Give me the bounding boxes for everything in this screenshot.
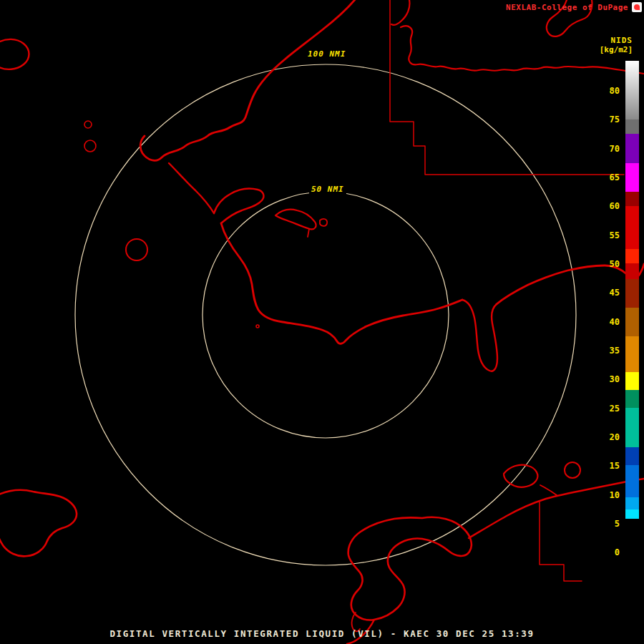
colorbar-segment-bright-red — [625, 249, 639, 263]
coastline-inlet-east — [462, 300, 497, 371]
product-title: DIGITAL VERTICALLY INTEGRATED LIQUID (VI… — [0, 628, 644, 639]
ring-label-100nmi: 100 NMI — [306, 49, 348, 59]
colorbar-label-5: 5 — [602, 518, 620, 530]
range-rings — [75, 64, 576, 565]
colorbar-segment-brown-orange — [625, 308, 639, 336]
colorbar-segment-red — [625, 206, 639, 249]
colorbar-label-80: 80 — [602, 85, 620, 97]
island-se — [504, 465, 537, 487]
colorbar-segment-dark-red — [625, 192, 639, 206]
islet-dot-center — [256, 325, 259, 328]
colorbar-segment-brick — [625, 279, 639, 308]
coastline-top-edge-blob-west — [391, 0, 409, 25]
colorbar-segment-dark-blue — [625, 447, 639, 465]
colorbar-label-40: 40 — [602, 316, 620, 328]
colorbar-label-35: 35 — [602, 345, 620, 356]
colorbar-segment-cyan — [625, 509, 639, 519]
colorbar-segment-gray — [625, 119, 639, 134]
coastline-nw-diagonal — [140, 0, 357, 160]
colorbar-label-75: 75 — [602, 114, 620, 125]
radar-display: 100 NMI 50 NMI NEXLAB-College of DuPage … — [0, 0, 644, 644]
coastline-peninsula — [214, 189, 263, 223]
coastline-bay-west — [169, 163, 214, 213]
colorbar-label-0: 0 — [602, 547, 620, 558]
colorbar-segment-purple — [625, 134, 639, 163]
coastline-south — [221, 223, 462, 343]
colorbar-label-60: 60 — [602, 200, 620, 212]
islet-circle-west — [126, 239, 147, 260]
color-scale: NIDS [kg/m2] 807570656055504540353025201… — [580, 0, 644, 644]
island-se-spur — [540, 485, 557, 495]
colorbar-segment-orange — [625, 336, 639, 372]
colorbar-segment-teal — [625, 408, 639, 447]
colorbar-label-65: 65 — [602, 172, 620, 183]
colorbar-segment-blue — [625, 465, 639, 497]
landmass-south-outline — [348, 517, 472, 620]
coastline-islet-tail — [308, 229, 309, 237]
ring-label-50nmi: 50 NMI — [309, 185, 346, 194]
islet-circle-east — [565, 462, 580, 478]
colorbar-segment-yellow — [625, 372, 639, 390]
colorbar-label-50: 50 — [602, 258, 620, 270]
islet-circle-small-lower — [84, 140, 96, 152]
islet-circle-small-upper — [84, 121, 92, 128]
coastline-islets-center — [275, 210, 316, 230]
colorbar-segment-light-blue — [625, 497, 639, 509]
colorbar-segment-sea-green — [625, 390, 639, 408]
island-southwest — [0, 490, 77, 556]
cod-weather-icon — [632, 2, 642, 12]
colorbar-segment-white-gray-gradient — [625, 61, 639, 119]
scale-units: [kg/m2] — [600, 45, 633, 54]
colorbar-segments — [625, 61, 639, 581]
colorbar-label-30: 30 — [602, 374, 620, 385]
brand-text: NEXLAB-College of DuPage — [506, 3, 628, 13]
colorbar-label-20: 20 — [602, 431, 620, 443]
boundary-bottom-right-stepped — [540, 501, 582, 581]
colorbar-label-25: 25 — [602, 403, 620, 414]
scale-title: NIDS — [611, 36, 633, 45]
ring-100nmi — [75, 64, 576, 565]
map-lines — [0, 0, 644, 644]
colorbar-label-10: 10 — [602, 489, 620, 501]
colorbar-segment-black — [625, 519, 639, 581]
colorbar-label-15: 15 — [602, 460, 620, 472]
colorbar-segment-red-2 — [625, 263, 639, 279]
radar-map — [0, 0, 644, 644]
colorbar-label-55: 55 — [602, 230, 620, 241]
colorbar-label-45: 45 — [602, 287, 620, 298]
colorbar-label-70: 70 — [602, 143, 620, 155]
coastline-islet-small — [320, 219, 327, 226]
colorbar-segment-magenta — [625, 163, 639, 192]
island-northwest — [0, 39, 29, 69]
